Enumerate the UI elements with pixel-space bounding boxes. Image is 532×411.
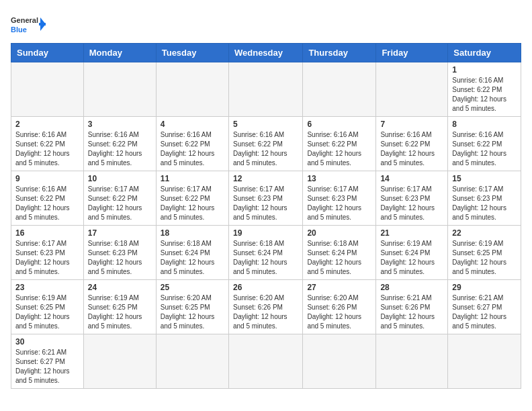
calendar-cell: 18Sunrise: 6:18 AMSunset: 6:24 PMDayligh…	[156, 226, 228, 280]
cell-info: Sunrise: 6:16 AMSunset: 6:22 PMDaylight:…	[380, 130, 443, 168]
day-number: 10	[88, 174, 152, 183]
day-number: 24	[88, 283, 152, 292]
calendar-cell: 17Sunrise: 6:18 AMSunset: 6:23 PMDayligh…	[83, 226, 156, 280]
calendar-cell: 1Sunrise: 6:16 AMSunset: 6:22 PMDaylight…	[448, 62, 521, 117]
calendar-cell	[448, 334, 521, 389]
logo-svg: General Blue	[11, 11, 46, 38]
calendar-cell	[303, 62, 376, 117]
calendar-cell: 4Sunrise: 6:16 AMSunset: 6:22 PMDaylight…	[156, 117, 228, 171]
cell-info: Sunrise: 6:16 AMSunset: 6:22 PMDaylight:…	[161, 130, 224, 168]
calendar-cell: 14Sunrise: 6:17 AMSunset: 6:23 PMDayligh…	[376, 171, 448, 226]
cell-info: Sunrise: 6:16 AMSunset: 6:22 PMDaylight:…	[452, 130, 517, 168]
calendar-cell	[228, 62, 302, 117]
day-header-monday: Monday	[83, 44, 156, 62]
svg-rect-3	[39, 23, 46, 26]
day-number: 28	[380, 283, 443, 292]
cell-info: Sunrise: 6:18 AMSunset: 6:24 PMDaylight:…	[161, 239, 224, 277]
day-header-saturday: Saturday	[448, 44, 521, 62]
header-row: SundayMondayTuesdayWednesdayThursdayFrid…	[11, 44, 521, 62]
day-number: 23	[15, 283, 79, 292]
day-number: 1	[452, 65, 517, 75]
week-row-4: 16Sunrise: 6:17 AMSunset: 6:23 PMDayligh…	[11, 226, 521, 280]
calendar-cell: 5Sunrise: 6:16 AMSunset: 6:22 PMDaylight…	[228, 117, 302, 171]
calendar-cell: 6Sunrise: 6:16 AMSunset: 6:22 PMDaylight…	[303, 117, 376, 171]
day-number: 8	[452, 120, 517, 129]
day-number: 13	[307, 174, 371, 183]
calendar-cell: 15Sunrise: 6:17 AMSunset: 6:23 PMDayligh…	[448, 171, 521, 226]
calendar-cell: 11Sunrise: 6:17 AMSunset: 6:22 PMDayligh…	[156, 171, 228, 226]
day-number: 3	[88, 120, 152, 129]
day-number: 14	[380, 174, 443, 183]
week-row-1: 1Sunrise: 6:16 AMSunset: 6:22 PMDaylight…	[11, 62, 521, 117]
svg-text:General: General	[11, 16, 38, 24]
calendar-cell: 28Sunrise: 6:21 AMSunset: 6:26 PMDayligh…	[376, 280, 448, 334]
calendar-cell: 29Sunrise: 6:21 AMSunset: 6:27 PMDayligh…	[448, 280, 521, 334]
cell-info: Sunrise: 6:17 AMSunset: 6:23 PMDaylight:…	[15, 239, 79, 277]
day-header-friday: Friday	[376, 44, 448, 62]
cell-info: Sunrise: 6:17 AMSunset: 6:22 PMDaylight:…	[88, 185, 152, 222]
calendar-cell	[156, 334, 228, 389]
day-number: 29	[452, 283, 517, 292]
day-number: 9	[15, 174, 79, 183]
day-number: 7	[380, 120, 443, 129]
calendar-cell: 9Sunrise: 6:16 AMSunset: 6:22 PMDaylight…	[11, 171, 84, 226]
day-number: 21	[380, 228, 443, 238]
week-row-2: 2Sunrise: 6:16 AMSunset: 6:22 PMDaylight…	[11, 117, 521, 171]
cell-info: Sunrise: 6:21 AMSunset: 6:26 PMDaylight:…	[380, 293, 443, 331]
cell-info: Sunrise: 6:19 AMSunset: 6:25 PMDaylight:…	[88, 293, 152, 331]
day-number: 11	[161, 174, 224, 183]
calendar-cell	[376, 334, 448, 389]
calendar-cell: 13Sunrise: 6:17 AMSunset: 6:23 PMDayligh…	[303, 171, 376, 226]
day-number: 15	[452, 174, 517, 183]
cell-info: Sunrise: 6:19 AMSunset: 6:25 PMDaylight:…	[452, 239, 517, 277]
calendar-cell	[303, 334, 376, 389]
day-number: 18	[161, 228, 224, 238]
page-header: General Blue	[11, 11, 521, 38]
day-header-tuesday: Tuesday	[156, 44, 228, 62]
day-number: 27	[307, 283, 371, 292]
calendar-cell	[376, 62, 448, 117]
cell-info: Sunrise: 6:16 AMSunset: 6:22 PMDaylight:…	[88, 130, 152, 168]
cell-info: Sunrise: 6:19 AMSunset: 6:25 PMDaylight:…	[15, 293, 79, 331]
cell-info: Sunrise: 6:17 AMSunset: 6:23 PMDaylight:…	[307, 185, 371, 222]
day-number: 5	[233, 120, 298, 129]
calendar-cell	[83, 62, 156, 117]
svg-text:Blue: Blue	[11, 26, 27, 34]
calendar-cell: 22Sunrise: 6:19 AMSunset: 6:25 PMDayligh…	[448, 226, 521, 280]
day-number: 16	[15, 228, 79, 238]
calendar-table: SundayMondayTuesdayWednesdayThursdayFrid…	[11, 43, 521, 389]
day-number: 6	[307, 120, 371, 129]
calendar-cell: 19Sunrise: 6:18 AMSunset: 6:24 PMDayligh…	[228, 226, 302, 280]
calendar-cell: 10Sunrise: 6:17 AMSunset: 6:22 PMDayligh…	[83, 171, 156, 226]
day-header-thursday: Thursday	[303, 44, 376, 62]
day-number: 4	[161, 120, 224, 129]
day-number: 22	[452, 228, 517, 238]
day-number: 17	[88, 228, 152, 238]
cell-info: Sunrise: 6:17 AMSunset: 6:22 PMDaylight:…	[161, 185, 224, 222]
week-row-3: 9Sunrise: 6:16 AMSunset: 6:22 PMDaylight…	[11, 171, 521, 226]
calendar-cell: 23Sunrise: 6:19 AMSunset: 6:25 PMDayligh…	[11, 280, 84, 334]
calendar-cell: 25Sunrise: 6:20 AMSunset: 6:25 PMDayligh…	[156, 280, 228, 334]
cell-info: Sunrise: 6:16 AMSunset: 6:22 PMDaylight:…	[452, 76, 517, 113]
logo: General Blue	[11, 11, 46, 38]
cell-info: Sunrise: 6:18 AMSunset: 6:24 PMDaylight:…	[233, 239, 298, 277]
calendar-cell: 3Sunrise: 6:16 AMSunset: 6:22 PMDaylight…	[83, 117, 156, 171]
cell-info: Sunrise: 6:21 AMSunset: 6:27 PMDaylight:…	[452, 293, 517, 331]
cell-info: Sunrise: 6:19 AMSunset: 6:24 PMDaylight:…	[380, 239, 443, 277]
calendar-cell: 7Sunrise: 6:16 AMSunset: 6:22 PMDaylight…	[376, 117, 448, 171]
calendar-cell	[228, 334, 302, 389]
cell-info: Sunrise: 6:21 AMSunset: 6:27 PMDaylight:…	[15, 348, 79, 385]
day-number: 19	[233, 228, 298, 238]
calendar-cell: 26Sunrise: 6:20 AMSunset: 6:26 PMDayligh…	[228, 280, 302, 334]
cell-info: Sunrise: 6:17 AMSunset: 6:23 PMDaylight:…	[233, 185, 298, 222]
calendar-cell	[83, 334, 156, 389]
cell-info: Sunrise: 6:17 AMSunset: 6:23 PMDaylight:…	[452, 185, 517, 222]
week-row-5: 23Sunrise: 6:19 AMSunset: 6:25 PMDayligh…	[11, 280, 521, 334]
calendar-cell: 27Sunrise: 6:20 AMSunset: 6:26 PMDayligh…	[303, 280, 376, 334]
calendar-cell: 24Sunrise: 6:19 AMSunset: 6:25 PMDayligh…	[83, 280, 156, 334]
day-header-sunday: Sunday	[11, 44, 84, 62]
day-number: 2	[15, 120, 79, 129]
cell-info: Sunrise: 6:16 AMSunset: 6:22 PMDaylight:…	[307, 130, 371, 168]
calendar-cell: 16Sunrise: 6:17 AMSunset: 6:23 PMDayligh…	[11, 226, 84, 280]
cell-info: Sunrise: 6:16 AMSunset: 6:22 PMDaylight:…	[15, 185, 79, 222]
